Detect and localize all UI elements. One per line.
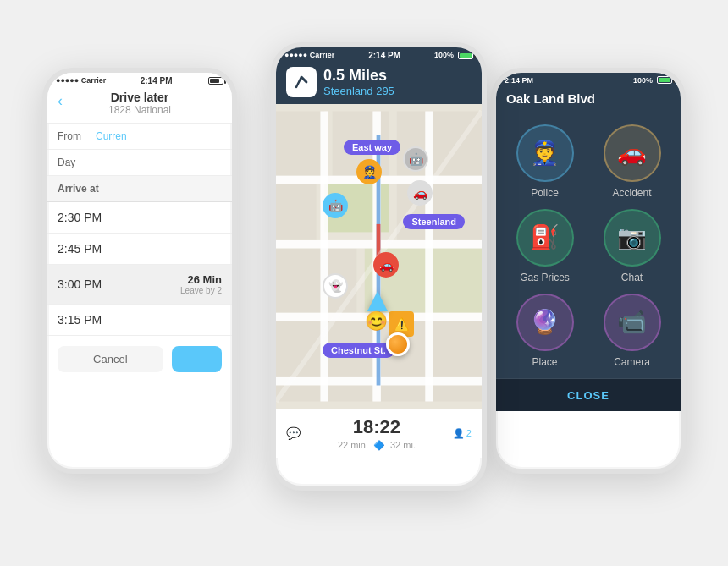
phone-left: ●●●●● Carrier 2:14 PM ‹ Drive later 1828… — [42, 68, 237, 474]
status-bar-center: ●●●●● Carrier 2:14 PM 100% — [276, 47, 482, 62]
time-row-245[interactable]: 2:45 PM — [47, 234, 232, 265]
back-arrow[interactable]: ‹ — [58, 92, 63, 110]
left-header: ‹ Drive later 1828 National — [47, 87, 232, 124]
left-form: From Curren Day — [47, 124, 232, 176]
close-button-text[interactable]: CLOSE — [567, 389, 609, 402]
nav-header: 0.5 Miles Steenland 295 — [276, 62, 482, 104]
time-right: 2:14 PM — [505, 76, 533, 85]
accident-icon: 🚗 — [617, 139, 647, 167]
day-row: Day — [47, 150, 232, 176]
eta-details: 22 min. 🔷 32 mi. — [338, 440, 416, 451]
time-245: 2:45 PM — [58, 242, 222, 256]
battery-left — [208, 77, 223, 85]
status-bar-right: 2:14 PM 100% — [496, 73, 681, 86]
street-name: Oak Land Blvd — [506, 91, 670, 106]
time-230: 2:30 PM — [58, 211, 222, 224]
time-row-315[interactable]: 3:15 PM — [47, 305, 232, 336]
phones-container: ●●●●● Carrier 2:14 PM ‹ Drive later 1828… — [17, 17, 711, 550]
mins-300: 26 Min — [180, 273, 222, 286]
arrive-at-header: Arrive at — [47, 176, 232, 202]
time-row-230[interactable]: 2:30 PM — [47, 202, 232, 234]
report-chat[interactable]: 📷 Chat — [593, 209, 670, 283]
car-marker: 🚗 — [407, 180, 433, 206]
count: 2 — [466, 428, 472, 438]
traffic-marker: 🚗 — [373, 252, 399, 278]
police-label: Police — [531, 187, 559, 199]
nav-pointer — [367, 291, 388, 311]
chestnut-label: Chestnut St. — [323, 343, 394, 358]
time-left: 2:14 PM — [141, 76, 173, 85]
svg-rect-15 — [320, 111, 328, 401]
chat-label: Chat — [621, 272, 643, 283]
report-police[interactable]: 👮 Police — [506, 124, 583, 199]
camera-label: Camera — [614, 356, 650, 368]
camera-icon: 📹 — [617, 308, 647, 336]
police-icon-wrap: 👮 — [516, 124, 574, 182]
report-camera[interactable]: 📹 Camera — [593, 294, 670, 368]
nav-distance: 0.5 Miles — [323, 67, 394, 85]
status-bar-left: ●●●●● Carrier 2:14 PM — [47, 73, 232, 87]
phone-right: 2:14 PM 100% Oak Land Blvd 👮 Police — [491, 68, 686, 474]
eta-distance: 32 mi. — [390, 440, 416, 450]
chat-icon[interactable]: 💬 — [286, 426, 301, 440]
gas-icon: ⛽ — [530, 223, 560, 251]
address-subtitle: 1828 National — [56, 104, 223, 116]
camera-icon-wrap: 📹 — [604, 294, 661, 351]
report-place[interactable]: 🔮 Place — [506, 294, 583, 368]
passenger-count: 👤 2 — [453, 428, 472, 439]
day-label: Day — [58, 157, 96, 168]
eta-mins: 22 min. — [338, 440, 368, 450]
east-way-label: East way — [344, 140, 400, 155]
gas-icon-wrap: ⛽ — [516, 209, 574, 267]
phone-center: ●●●●● Carrier 2:14 PM 100% 0.5 Miles Ste… — [271, 42, 487, 491]
confirm-button[interactable] — [172, 346, 222, 372]
person-icon: 👤 — [453, 428, 465, 439]
steenland-label: Steenland — [403, 214, 465, 229]
cancel-button[interactable]: Cancel — [58, 346, 163, 372]
from-value[interactable]: Curren — [96, 130, 127, 142]
gas-label: Gas Prices — [520, 272, 570, 283]
battery-pct-right: 100% — [633, 76, 653, 85]
map-area: East way Steenland Chestnut St. 👮 🚗 🤖 🤖 … — [276, 104, 482, 409]
carrier-left: ●●●●● Carrier — [56, 76, 106, 85]
place-icon: 🔮 — [530, 308, 560, 336]
report-gas[interactable]: ⛽ Gas Prices — [506, 209, 583, 283]
blue-robot-marker: 🤖 — [323, 193, 348, 218]
battery-right — [657, 76, 672, 84]
robot-marker: 🤖 — [403, 146, 428, 172]
svg-rect-4 — [276, 184, 317, 240]
time-row-300[interactable]: 3:00 PM 26 Min Leave by 2 — [47, 265, 232, 305]
police-marker: 👮 — [356, 159, 382, 184]
carrier-center: ●●●●● Carrier — [284, 51, 334, 59]
left-footer: Cancel — [47, 339, 232, 379]
turn-arrow — [286, 67, 317, 97]
time-300: 3:00 PM — [58, 278, 180, 291]
eta-time: 18:22 — [338, 416, 416, 438]
waze-character: 😊 — [365, 310, 388, 332]
chat-icon-wrap: 📷 — [604, 209, 661, 267]
accident-label: Accident — [612, 187, 651, 199]
nav-footer: 💬 18:22 22 min. 🔷 32 mi. 👤 2 — [276, 409, 482, 458]
time-center: 2:14 PM — [368, 51, 400, 60]
time-315: 3:15 PM — [58, 313, 222, 327]
chat-camera-icon: 📷 — [617, 223, 647, 251]
ghost-marker: 👻 — [323, 273, 348, 299]
from-row: From Curren — [47, 124, 232, 150]
report-accident[interactable]: 🚗 Accident — [593, 124, 670, 199]
right-header: Oak Land Blvd — [496, 86, 681, 114]
place-icon-wrap: 🔮 — [516, 294, 574, 351]
destination-dot — [386, 332, 410, 356]
close-bar[interactable]: CLOSE — [496, 378, 681, 411]
accident-icon-wrap: 🚗 — [604, 124, 661, 182]
waze-badge: 🔷 — [373, 440, 385, 451]
nav-street: Steenland 295 — [323, 85, 394, 97]
time-list: 2:30 PM 2:45 PM 3:00 PM 26 Min Leave by … — [47, 202, 232, 336]
leave-300: Leave by 2 — [180, 286, 222, 295]
battery-center — [458, 52, 473, 59]
nav-info: 0.5 Miles Steenland 295 — [323, 67, 394, 97]
drive-later-title: Drive later — [56, 91, 223, 104]
police-icon: 👮 — [530, 139, 560, 167]
place-label: Place — [532, 356, 557, 368]
from-label: From — [58, 130, 96, 142]
svg-rect-1 — [276, 111, 324, 175]
